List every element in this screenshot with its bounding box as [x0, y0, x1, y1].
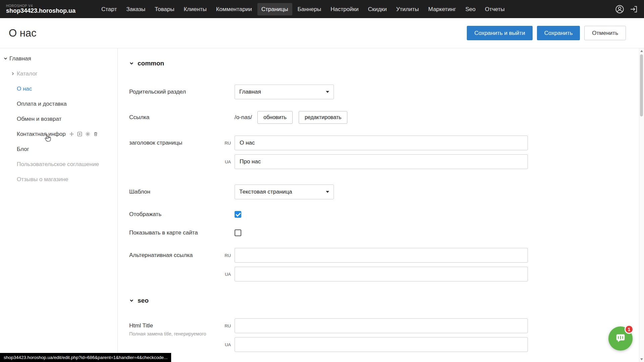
caret-down-icon: [326, 91, 329, 93]
sidebar-item-label: Обмен и возврат: [17, 116, 61, 122]
nav-item-pages[interactable]: Страницы: [257, 3, 292, 15]
sidebar-item-contact-info[interactable]: Контактная инфор: [0, 126, 117, 142]
sidebar-item-home[interactable]: Главная: [0, 51, 117, 66]
logout-icon[interactable]: [630, 5, 638, 13]
edit-link-button[interactable]: редактировать: [299, 111, 347, 124]
save-button[interactable]: Сохранить: [537, 26, 580, 40]
main-menu: Старт Заказы Товары Клиенты Комментарии …: [97, 3, 509, 15]
section-common-toggle[interactable]: common: [129, 60, 164, 67]
sidebar-item-label: Контактная инфор: [17, 131, 66, 138]
field-template: Шаблон Текстовая страница: [129, 185, 639, 199]
sidebar-item-label: О нас: [17, 86, 32, 92]
field-label: Отображать: [129, 211, 220, 218]
display-checkbox[interactable]: [235, 211, 241, 218]
scroll-down-arrow[interactable]: [639, 357, 644, 362]
field-page-title: заголовок страницы RU UA: [129, 136, 639, 169]
field-show-in-sitemap: Показывать в карте сайта: [129, 229, 639, 236]
sidebar-item-blog[interactable]: Блог: [0, 142, 117, 157]
field-label: заголовок страницы: [129, 136, 220, 146]
field-hint: Полная замена title, генерируемого: [129, 331, 220, 337]
lang-tag-ua: UA: [220, 342, 235, 347]
nav-item-seo[interactable]: Seo: [461, 3, 480, 15]
nav-item-comments[interactable]: Комментарии: [212, 3, 256, 15]
sidebar-item-store-reviews[interactable]: Отзывы о магазине: [0, 172, 117, 187]
alt-link-ua-input[interactable]: [235, 267, 528, 281]
field-label: Родительский раздел: [129, 89, 220, 95]
nav-item-settings[interactable]: Настройки: [327, 3, 362, 15]
sitemap-checkbox[interactable]: [235, 229, 241, 236]
field-label: Альтернативная ссылка: [129, 248, 220, 259]
sidebar-item-exchange-return[interactable]: Обмен и возврат: [0, 111, 117, 126]
chevron-down-icon: [129, 298, 134, 303]
chevron-down-icon: [3, 56, 9, 61]
top-navigation: HOROSHOP V4 shop34423.horoshop.ua Старт …: [0, 0, 644, 18]
nav-right-icons: [615, 5, 638, 14]
page-title-ua-input[interactable]: [235, 154, 528, 169]
move-icon[interactable]: [69, 132, 74, 137]
sidebar-item-label: Каталог: [17, 70, 38, 77]
page-title: О нас: [9, 27, 37, 39]
section-title: common: [138, 60, 164, 67]
link-path-value: /o-nas/: [235, 114, 252, 121]
save-and-exit-button[interactable]: Сохранить и выйти: [467, 26, 532, 40]
sidebar-item-payment-delivery[interactable]: Оплата и доставка: [0, 96, 117, 111]
nav-item-marketing[interactable]: Маркетинг: [424, 3, 460, 15]
pages-tree-sidebar: Главная Каталог О нас Оплата и доставка …: [0, 48, 118, 362]
sidebar-item-catalog[interactable]: Каталог: [0, 66, 117, 81]
unread-badge: 1: [625, 325, 634, 334]
nav-item-orders[interactable]: Заказы: [122, 3, 149, 15]
parent-section-select[interactable]: Главная: [235, 85, 334, 99]
link-preview-statusbar: shop34423.horoshop.ua/edit/edit.php?id=6…: [0, 353, 171, 362]
selected-value: Главная: [239, 89, 261, 95]
field-parent-section: Родительский раздел Главная: [129, 85, 639, 99]
lang-tag-ua: UA: [220, 272, 235, 277]
chevron-right-icon: [11, 71, 17, 76]
html-title-ua-input[interactable]: [235, 337, 528, 352]
page-title-ru-input[interactable]: [235, 136, 528, 150]
field-label: Шаблон: [129, 189, 220, 195]
header-actions: Сохранить и выйти Сохранить Отменить: [467, 26, 635, 40]
nav-item-clients[interactable]: Клиенты: [180, 3, 211, 15]
alt-link-ru-input[interactable]: [235, 248, 528, 263]
brand-domain: shop34423.horoshop.ua: [6, 8, 97, 14]
field-label-block: Html Title Полная замена title, генериру…: [129, 318, 220, 337]
nav-item-discounts[interactable]: Скидки: [364, 3, 391, 15]
brand: HOROSHOP V4 shop34423.horoshop.ua: [6, 4, 97, 14]
nav-item-reports[interactable]: Отчеты: [481, 3, 509, 15]
selected-value: Текстовая страница: [239, 189, 292, 195]
template-select[interactable]: Текстовая страница: [235, 185, 334, 199]
nav-item-banners[interactable]: Баннеры: [294, 3, 326, 15]
sidebar-item-about[interactable]: О нас: [0, 81, 117, 96]
nav-item-products[interactable]: Товары: [151, 3, 178, 15]
item-hover-actions: [69, 132, 98, 137]
field-html-title: Html Title Полная замена title, генериру…: [129, 318, 639, 352]
chat-bubble-icon: [614, 332, 627, 345]
field-link: Ссылка /o-nas/ обновить редактировать: [129, 111, 639, 124]
trash-icon[interactable]: [93, 132, 98, 137]
nav-item-utilities[interactable]: Утилиты: [392, 3, 423, 15]
sidebar-item-label: Отзывы о магазине: [17, 176, 68, 183]
html-title-ru-input[interactable]: [235, 318, 528, 333]
gear-icon[interactable]: [85, 132, 90, 137]
lang-tag-ru: RU: [220, 323, 235, 328]
sidebar-item-label: Пользовательское соглашение: [17, 161, 99, 168]
lang-tag-ru: RU: [220, 253, 235, 258]
user-account-icon[interactable]: [615, 5, 624, 14]
section-seo-toggle[interactable]: seo: [129, 297, 149, 304]
cancel-button[interactable]: Отменить: [584, 26, 626, 40]
page-header: О нас Сохранить и выйти Сохранить Отмени…: [0, 18, 644, 48]
field-label: Показывать в карте сайта: [129, 229, 220, 236]
nav-item-start[interactable]: Старт: [97, 3, 121, 15]
vertical-scrollbar[interactable]: [639, 48, 644, 362]
refresh-link-button[interactable]: обновить: [257, 111, 293, 124]
sidebar-item-user-agreement[interactable]: Пользовательское соглашение: [0, 157, 117, 172]
page-edit-form: common Родительский раздел Главная Ссылк…: [118, 48, 639, 362]
chat-launcher-button[interactable]: 1: [608, 326, 633, 351]
add-page-icon[interactable]: [77, 132, 82, 137]
brand-version: HOROSHOP V4: [6, 4, 97, 8]
scrollbar-thumb[interactable]: [640, 54, 643, 116]
field-label: Ссылка: [129, 114, 220, 121]
scroll-up-arrow[interactable]: [639, 48, 644, 54]
sidebar-item-label: Оплата и доставка: [17, 101, 67, 107]
sidebar-item-label: Блог: [17, 146, 29, 153]
